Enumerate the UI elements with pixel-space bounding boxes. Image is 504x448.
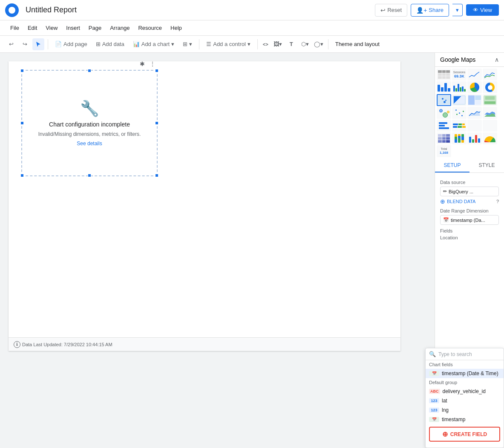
date-range-dimension[interactable]: 📅 timestamp (Da... [440,215,499,225]
menu-edit[interactable]: Edit [24,23,40,33]
field-lng[interactable]: 123 lng [435,405,504,415]
chart-type-donut[interactable] [483,81,497,93]
image-button[interactable]: 🖼▾ [272,38,284,50]
chart-type-scatter[interactable] [452,107,467,119]
text-button[interactable]: T [285,38,297,50]
select-tool-button[interactable] [32,38,44,50]
blend-help-icon: ? [496,199,499,204]
create-field-button[interactable]: ⊕ CREATE FIELD [435,427,500,442]
chart-type-treemap[interactable] [467,94,482,106]
field-lat[interactable]: 123 lat [435,396,504,405]
search-input-row: 🔍 [435,348,504,360]
create-field-plus-icon: ⊕ [442,430,448,438]
blend-data-button[interactable]: ⊕ BLEND DATA ? [440,198,499,205]
chart-type-google-maps[interactable] [483,94,497,106]
panel-collapse-button[interactable]: ∧ [495,56,499,63]
menu-bar: File Edit View Insert Page Arrange Resou… [0,20,504,36]
toolbar-divider-4 [328,39,328,49]
menu-insert[interactable]: Insert [63,23,84,33]
pencil-icon: ✏ [443,189,447,194]
chart-type-text-number[interactable]: Total1,168 [437,145,451,157]
blend-label: BLEND DATA [447,199,475,204]
field-search-input[interactable] [438,351,502,357]
field-type-badge-123-lat: 123 [435,398,439,403]
chart-type-grid: Sessions69.3K [435,67,504,159]
chart-type-hbar-stacked[interactable] [452,120,467,132]
view-button[interactable]: 👁 View [466,4,499,16]
chart-settings-icon[interactable]: ✱ [138,60,147,68]
share-dropdown-button[interactable]: ▾ [452,4,463,16]
field-timestamp[interactable]: 📅 timestamp [435,415,504,424]
theme-layout-button[interactable]: Theme and layout [332,39,383,49]
fields-label: Fields [440,228,499,233]
chart-type-gauge[interactable] [483,132,497,144]
chart-type-bubble[interactable] [437,107,451,119]
chart-type-button[interactable]: ⊞ ▾ [179,39,196,49]
field-type-badge-abc: ABC [435,389,440,394]
community-button[interactable]: ◯▾ [313,38,325,50]
share-button[interactable]: 👤+ Share [411,4,449,17]
chart-type-bar-100[interactable] [452,132,467,144]
calendar-icon: 📅 [443,217,449,223]
add-data-button[interactable]: ⊞ Add data [92,39,128,49]
chart-grid-icon: ⊞ [183,41,187,47]
field-timestamp-datetime[interactable]: 📅 timestamp (Date & Time) [435,369,504,378]
field-type-badge-date: 📅 [435,371,439,376]
chart-see-details-link[interactable]: See details [77,141,102,146]
chart-widget[interactable]: ✱ ⋮ 🔧 Chart configuration incomplete Inv… [21,70,158,176]
chart-type-line[interactable] [483,69,497,80]
menu-page[interactable]: Page [85,23,105,33]
chart-type-pivot[interactable] [437,132,451,144]
menu-resource[interactable]: Resource [135,23,165,33]
chart-type-bar-group[interactable] [452,81,467,93]
chart-type-heatmap[interactable] [483,120,497,132]
field-type-badge-cal: 📅 [435,417,439,422]
add-chart-icon: 📊 [133,41,140,47]
bottom-spacer [435,444,504,448]
chart-type-waterfall[interactable] [467,132,482,144]
toolbar: ↩ ↪ 📄 Add page ⊞ Add data 📊 Add a chart … [0,36,504,53]
menu-view[interactable]: View [42,23,61,33]
embed-button[interactable]: <> [261,38,270,50]
canvas-page: ✱ ⋮ 🔧 Chart configuration incomplete Inv… [9,61,400,351]
blend-plus-icon: ⊕ [440,198,445,205]
chart-type-bullet[interactable] [467,120,482,132]
chart-type-area[interactable] [467,107,482,119]
add-page-button[interactable]: 📄 Add page [52,39,91,49]
chart-type-geo-dot[interactable] [437,94,451,106]
tab-setup[interactable]: SETUP [435,159,469,172]
chart-toolbar: ✱ ⋮ [138,60,157,68]
data-updated-icon: ℹ [14,341,20,348]
chart-type-table[interactable] [437,69,451,80]
share-icon: 👤+ [416,7,427,14]
chart-error-title: Chart configuration incomplete [49,121,130,128]
undo-button[interactable]: ↩ [5,38,17,50]
menu-file[interactable]: File [7,23,23,33]
field-name-delivery: delivery_vehicle_id [443,388,486,394]
chart-type-geo-region[interactable] [452,94,467,106]
canvas-area[interactable]: ✱ ⋮ 🔧 Chart configuration incomplete Inv… [0,53,435,448]
chart-type-pie[interactable] [467,81,482,93]
shape-button[interactable]: ⬡▾ [299,38,311,50]
create-field-label: CREATE FIELD [450,431,487,437]
field-delivery-vehicle-id[interactable]: ABC delivery_vehicle_id [435,387,504,396]
chart-type-scorecard[interactable]: Sessions69.3K [452,69,467,80]
add-control-button[interactable]: ☰ Add a control ▾ [203,39,254,49]
chart-more-icon[interactable]: ⋮ [148,60,157,68]
field-type-badge-123-lng: 123 [435,408,439,413]
svg-marker-0 [469,112,480,116]
redo-button[interactable]: ↪ [19,38,31,50]
chart-type-bar[interactable] [437,81,451,93]
menu-help[interactable]: Help [167,23,185,33]
add-control-dropdown: ▾ [248,41,251,47]
chart-type-scorecard-2[interactable] [467,69,482,80]
add-chart-button[interactable]: 📊 Add a chart ▾ [130,39,178,49]
menu-arrange[interactable]: Arrange [107,23,133,33]
chart-type-area-stacked[interactable] [483,107,497,119]
tab-style[interactable]: STYLE [469,159,504,172]
data-source-name: BigQuery ... [449,189,473,194]
reset-button[interactable]: ↩ Reset [375,4,407,17]
data-source-selector[interactable]: ✏ BigQuery ... [440,187,499,196]
chart-type-hbar[interactable] [437,120,451,132]
panel-title: Google Maps [440,56,475,63]
